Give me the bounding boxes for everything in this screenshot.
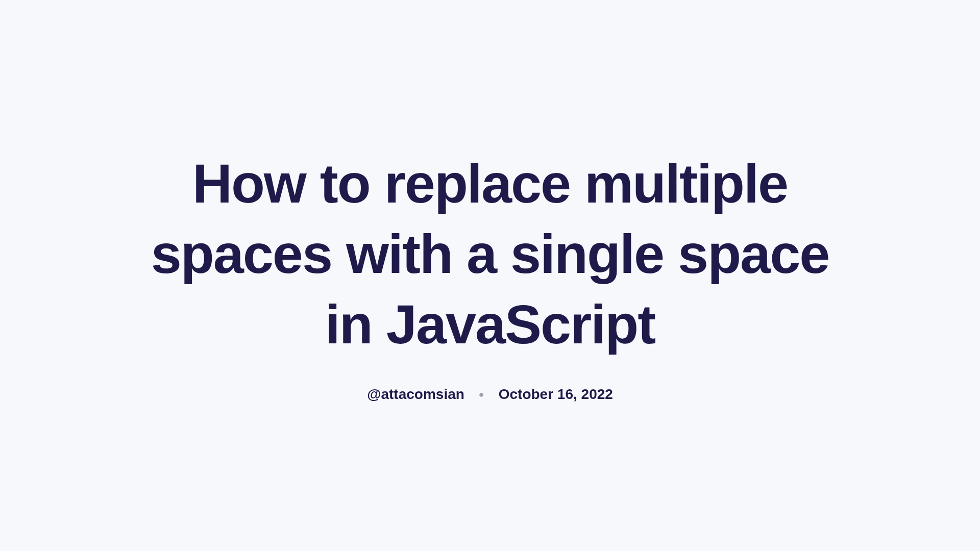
author-handle[interactable]: @attacomsian	[367, 386, 464, 403]
meta-separator: ●	[479, 389, 484, 400]
article-meta: @attacomsian ● October 16, 2022	[367, 386, 613, 403]
publish-date: October 16, 2022	[499, 386, 613, 403]
article-header: How to replace multiple spaces with a si…	[133, 148, 847, 403]
article-title: How to replace multiple spaces with a si…	[133, 148, 847, 360]
